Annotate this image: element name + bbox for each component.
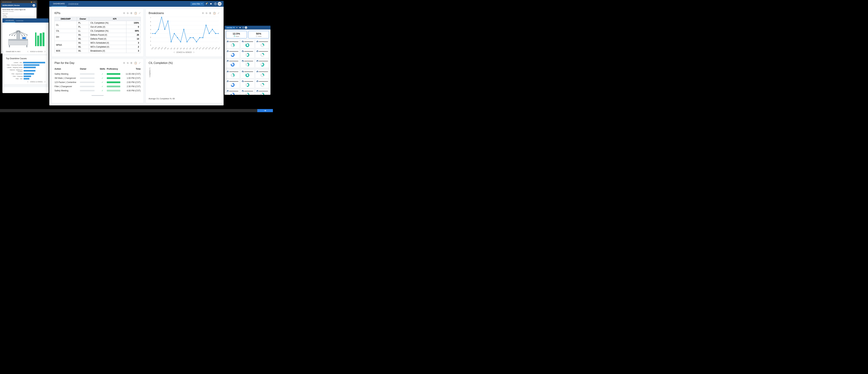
svg-point-44 — [27, 35, 27, 35]
statusbar: 10:09 | BOTTLE FILLER 📶 ᯤ 10:29 — [1, 1, 36, 3]
svg-point-14 — [183, 29, 184, 30]
gear-icon[interactable]: ⚙ — [123, 62, 125, 64]
scroll-indicator[interactable] — [92, 95, 104, 96]
skill-card[interactable]: ⬤ — [226, 80, 239, 88]
tab-dashboard[interactable]: DASHBOARD — [51, 1, 67, 7]
clipboard-icon[interactable]: 📋 — [213, 12, 216, 14]
gear-icon[interactable] — [239, 26, 242, 29]
skill-card[interactable]: ⬤ — [255, 50, 269, 58]
workorder-header: WORKORDER | Review — [1, 3, 36, 8]
panel-skills-window: select filter ? AG 12.5%Basic50%None ⬤⬤⬤… — [224, 26, 271, 95]
copy-icon[interactable]: ⧉ — [206, 12, 207, 14]
proficiency-bar — [107, 86, 120, 87]
workorder-field: Location — [2, 14, 35, 16]
copy-icon[interactable]: ⧉ — [127, 62, 128, 64]
skill-card[interactable]: ⬤ — [241, 59, 254, 67]
downtime-rows: Labeler - JamFiller - Cleaning RequiredL… — [6, 62, 45, 80]
card-title: CIL Completion (%) — [149, 61, 173, 65]
gear-icon[interactable] — [209, 2, 213, 6]
donut-icon — [245, 43, 249, 47]
plan-row[interactable]: 3M Matic | Changeover✓1:00 PM (CST) — [55, 76, 141, 80]
help-icon[interactable]: ? — [242, 26, 245, 29]
date-nav[interactable]: 2/24/22 to 3/26/22 — [174, 51, 194, 53]
badge-icon: ⬤ — [256, 81, 258, 82]
label: Filler - Cleaning Required — [6, 64, 23, 66]
donut-icon — [245, 63, 249, 66]
tab-dashboard[interactable]: DASHBOARD — [4, 19, 15, 22]
stat-value: 12.5% — [227, 32, 246, 35]
kpi-table: DMS/SWPOwnerKPICLPLCIL Completion (%)100… — [55, 17, 141, 53]
owner-placeholder — [80, 77, 95, 79]
hbar — [24, 70, 35, 71]
skill-card[interactable]: ⬤ — [241, 50, 254, 58]
skill-card[interactable]: ⬤ — [226, 40, 239, 48]
proficiency-bar — [107, 90, 120, 92]
topbar: DASHBOARD OVERVIEW — [2, 19, 49, 23]
select-filter-button[interactable]: select filter — [225, 27, 236, 29]
donut-icon — [245, 83, 249, 87]
cil-chart: Completion % — [149, 67, 219, 96]
copy-icon[interactable]: ⧉ — [127, 12, 128, 14]
label: Filler - Cleaning — [6, 75, 23, 77]
skill-card[interactable]: ⬤ — [255, 80, 269, 88]
tab-overview[interactable]: OVERVIEW — [67, 1, 80, 6]
skill-card[interactable]: ⬤ — [241, 80, 254, 88]
skill-card[interactable]: ⬤ — [255, 40, 269, 48]
bolt-icon[interactable] — [204, 2, 209, 6]
trash-icon[interactable]: 🗑 — [130, 12, 132, 14]
badge-icon: ⬤ — [227, 81, 229, 82]
expand-icon[interactable]: ⤢ — [139, 12, 141, 14]
skill-card[interactable]: ⬤ — [255, 59, 269, 67]
skill-card[interactable]: ⬤ — [241, 70, 254, 78]
workorder-field: Line Lead — [2, 16, 35, 18]
skill-card[interactable]: ⬤ — [241, 40, 254, 48]
plan-row[interactable]: Safety Meeting✓11:00 AM (CST) — [55, 72, 141, 76]
date-nav[interactable]: 4/30/21 to 5/30/21 — [28, 81, 45, 83]
trash-icon[interactable]: 🗑 — [209, 12, 211, 14]
stat-card[interactable]: 50%None — [248, 31, 269, 38]
clipboard-icon[interactable]: 📋 — [134, 12, 137, 14]
svg-point-16 — [190, 37, 191, 38]
plan-row[interactable]: 123 Packer | Centerline✓2:00 PM (CST) — [55, 80, 141, 84]
badge-icon: ⬤ — [227, 90, 229, 92]
expand-icon[interactable]: ⤢ — [218, 12, 219, 14]
svg-point-13 — [180, 41, 181, 42]
card-title: Plan for the Day — [55, 61, 74, 65]
plan-row[interactable]: Safety Meeting✓4:00 PM (CST) — [55, 89, 141, 93]
bolt-icon[interactable] — [236, 26, 239, 29]
y-axis-label: Completion % — [149, 67, 151, 77]
skill-card[interactable]: ⬤ — [241, 89, 254, 95]
svg-point-39 — [9, 35, 10, 35]
next-button[interactable] — [257, 109, 273, 112]
trash-icon[interactable]: 🗑 — [130, 62, 132, 64]
skill-card[interactable]: ⬤ — [255, 70, 269, 78]
help-icon[interactable]: ? — [213, 2, 218, 6]
plan-row[interactable]: Filler | Changeover✓2:30 PM (CST) — [55, 84, 141, 89]
select-filter-button[interactable]: select filter — [190, 2, 204, 6]
skill-card[interactable]: ⬤ — [226, 59, 239, 67]
svg-rect-29 — [26, 45, 27, 47]
label: Material - Waiting for Product — [6, 69, 23, 72]
expand-icon[interactable]: ⤢ — [139, 62, 141, 64]
gear-icon[interactable]: ⚙ — [123, 12, 125, 14]
stat-cards: 12.5%Basic50%None — [226, 31, 269, 38]
avatar[interactable]: AG — [245, 26, 247, 29]
donut-icon — [256, 35, 257, 37]
svg-point-21 — [206, 25, 207, 26]
user-icon[interactable] — [33, 4, 35, 7]
date-nav[interactable]: 5/25/22 to 6/24/22 — [28, 51, 45, 53]
avatar[interactable]: AG — [218, 2, 221, 6]
clipboard-icon[interactable]: 📋 — [134, 62, 137, 64]
skill-card[interactable]: ⬤ — [226, 89, 239, 95]
stat-card[interactable]: 12.5%Basic — [226, 31, 247, 38]
gear-icon[interactable]: ⚙ — [202, 12, 204, 14]
card-title: Breakdowns — [149, 12, 164, 15]
skill-card[interactable]: ⬤ — [255, 89, 269, 95]
label: Labeler - Skipping Labels — [6, 67, 23, 68]
skill-card[interactable]: ⬤ — [226, 70, 239, 78]
workorder-field: Work Order — [2, 13, 35, 14]
tab-overview[interactable]: OVERVIEW — [15, 19, 25, 22]
downtime-row: Material - Waiting for Product — [6, 69, 45, 72]
skill-card[interactable]: ⬤ — [226, 50, 239, 58]
svg-point-23 — [212, 29, 213, 30]
